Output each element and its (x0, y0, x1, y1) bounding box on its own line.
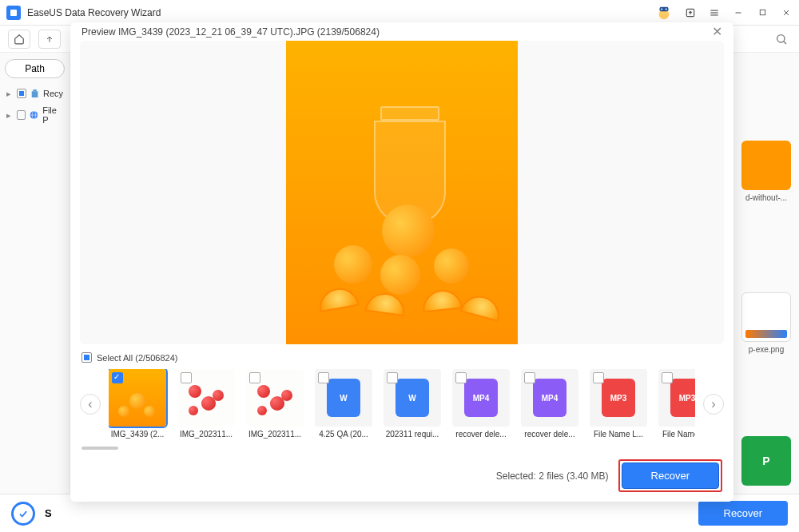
preview-area (80, 41, 724, 344)
thumbnail-checkbox[interactable] (318, 372, 329, 383)
recover-highlight: Recover (618, 459, 722, 492)
word-icon: W (396, 379, 429, 417)
select-all-row[interactable]: Select All (2/506824) (70, 344, 733, 366)
bg-thumb-3[interactable]: P (741, 436, 791, 489)
tree-label: File P (42, 105, 63, 125)
thumbnail-image[interactable]: W (315, 369, 372, 427)
thumbnail[interactable]: IMG_3439 (2... (109, 369, 166, 439)
selected-count: Selected: 2 files (3.40 MB) (496, 470, 609, 482)
svg-point-3 (661, 8, 663, 10)
svg-rect-15 (32, 91, 38, 97)
thumbnail-image[interactable]: MP3 (590, 369, 647, 427)
thumbnail[interactable]: MP3File Name L... (658, 369, 695, 439)
thumbnail-label: File Name L... (658, 430, 695, 439)
svg-line-14 (784, 41, 786, 43)
preview-image (286, 41, 518, 344)
tree-item-filep[interactable]: ▸ File P (5, 102, 65, 128)
progress-icon (11, 502, 35, 526)
next-arrow-icon[interactable]: › (703, 394, 724, 415)
thumbnail-image[interactable]: W (384, 369, 441, 427)
thumbnail[interactable]: IMG_202311... (177, 369, 235, 439)
mp4-icon: MP4 (464, 379, 498, 417)
thumbnail-checkbox[interactable] (387, 372, 398, 383)
thumbnail-image[interactable]: MP4 (521, 369, 578, 427)
menu-icon[interactable] (708, 6, 721, 19)
svg-rect-10 (760, 10, 765, 14)
thumbnail-label: IMG_3439 (2... (109, 430, 166, 439)
thumbnail-checkbox[interactable] (112, 372, 123, 383)
expand-icon[interactable]: ▸ (6, 89, 14, 99)
globe-icon (29, 109, 39, 121)
thumbnail-image[interactable]: MP4 (452, 369, 510, 427)
recycle-bin-icon (30, 88, 40, 99)
modal-footer: Selected: 2 files (3.40 MB) Recover (70, 451, 733, 502)
thumbnail[interactable]: MP4recover dele... (521, 369, 578, 439)
thumbnail-label: recover dele... (521, 430, 578, 439)
tree-item-recycle[interactable]: ▸ Recy (5, 85, 65, 102)
thumbnail-image[interactable] (109, 369, 166, 427)
bg-thumb-label: d-without-... (741, 193, 791, 202)
thumbnail-checkbox[interactable] (455, 372, 467, 383)
upload-icon[interactable] (684, 6, 697, 19)
up-button[interactable] (38, 30, 61, 49)
preview-modal: Preview IMG_3439 (2023_12_21 06_39_47 UT… (70, 22, 733, 502)
mp4-icon: MP4 (533, 379, 566, 417)
svg-point-4 (665, 8, 667, 10)
bg-thumb-1[interactable]: d-without-... (741, 141, 791, 202)
thumbnail[interactable]: MP4recover dele... (452, 369, 510, 439)
app-icon (6, 6, 21, 20)
recover-button[interactable]: Recover (622, 463, 719, 489)
bg-thumb-label: p-exe.png (741, 345, 791, 354)
modal-title: Preview IMG_3439 (2023_12_21 06_39_47 UT… (81, 26, 380, 38)
expand-icon[interactable]: ▸ (6, 110, 14, 121)
close-icon[interactable] (780, 6, 793, 19)
select-all-checkbox[interactable] (81, 352, 92, 363)
app-title: EaseUS Data Recovery Wizard (27, 7, 649, 18)
path-button[interactable]: Path (5, 59, 65, 78)
thumbnail-image[interactable] (177, 369, 235, 427)
thumbnail-label: 4.25 QA (20... (315, 430, 372, 439)
status-letter: S (45, 507, 52, 519)
thumbnail-label: 202311 requi... (384, 430, 441, 439)
thumbnail-image[interactable] (246, 369, 304, 427)
svg-rect-0 (10, 10, 17, 16)
thumbnail-label: IMG_202311... (246, 430, 304, 439)
select-all-label: Select All (2/506824) (97, 353, 178, 363)
thumbnail-image[interactable]: MP3 (658, 369, 695, 427)
thumbnail-label: IMG_202311... (177, 430, 235, 439)
modal-header: Preview IMG_3439 (2023_12_21 06_39_47 UT… (70, 22, 733, 41)
maximize-icon[interactable] (756, 6, 769, 19)
sidebar: Path ▸ Recy ▸ File P (0, 53, 70, 532)
svg-rect-16 (33, 89, 36, 91)
mascot-icon (655, 4, 673, 22)
thumbnail-checkbox[interactable] (524, 372, 535, 383)
bg-recover-button[interactable]: Recover (698, 501, 788, 526)
home-button[interactable] (8, 30, 30, 49)
checkbox[interactable] (17, 110, 26, 120)
thumbnail-checkbox[interactable] (593, 372, 604, 383)
scroll-hint[interactable] (81, 447, 722, 450)
thumbnail-checkbox[interactable] (181, 372, 192, 383)
tree-label: Recy (43, 89, 63, 98)
thumbnail-row: ‹ IMG_3439 (2...IMG_202311...IMG_202311.… (70, 366, 733, 442)
thumbnail-checkbox[interactable] (662, 372, 673, 383)
modal-close-icon[interactable]: ✕ (712, 24, 722, 39)
thumbnail-label: File Name L... (590, 430, 647, 439)
mp3-icon: MP3 (670, 379, 695, 417)
checkbox[interactable] (17, 89, 26, 98)
thumbnail[interactable]: IMG_202311... (246, 369, 304, 439)
thumbnail-checkbox[interactable] (249, 372, 260, 383)
svg-point-13 (777, 34, 785, 42)
thumbnail[interactable]: W4.25 QA (20... (315, 369, 372, 439)
bg-thumb-2[interactable]: p-exe.png (741, 292, 791, 354)
mp3-icon: MP3 (602, 379, 635, 417)
word-icon: W (327, 379, 360, 417)
search-icon[interactable] (772, 30, 791, 49)
prev-arrow-icon[interactable]: ‹ (80, 394, 101, 415)
thumbnail[interactable]: W202311 requi... (384, 369, 441, 439)
thumbnail-label: recover dele... (452, 430, 510, 439)
thumbnail[interactable]: MP3File Name L... (590, 369, 647, 439)
minimize-icon[interactable] (732, 6, 745, 19)
